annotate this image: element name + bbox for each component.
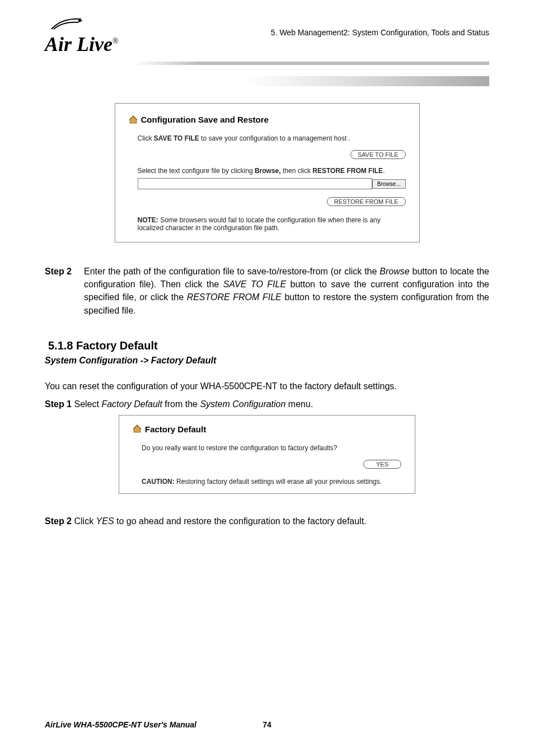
yes-button[interactable]: YES (363, 460, 401, 469)
logo-swoosh-icon (50, 17, 84, 31)
header-divider-2 (45, 76, 489, 86)
footer-title: AirLive WHA-5500CPE-NT User's Manual (45, 720, 196, 729)
chapter-header: 5. Web Management2: System Configuration… (271, 17, 489, 37)
section-description: You can reset the configuration of your … (45, 381, 489, 391)
step-label: Step 2 (45, 265, 84, 317)
home-icon (129, 115, 138, 124)
confirm-question: Do you really want to restore the config… (142, 444, 401, 452)
note-text: NOTE: Some browsers would fail to locate… (138, 216, 406, 232)
save-to-file-button[interactable]: SAVE TO FILE (350, 150, 406, 159)
nav-path: System Configuration -> Factory Default (45, 356, 489, 366)
logo-text: Air Live (45, 33, 113, 55)
step2-save-restore: Step 2 Enter the path of the configurati… (45, 265, 489, 317)
restore-from-file-button[interactable]: RESTORE FROM FILE (327, 197, 406, 206)
file-path-input[interactable] (138, 178, 372, 189)
factory-default-panel: Factory Default Do you really want to re… (119, 415, 415, 494)
step1-factory-default: Step 1 Select Factory Default from the S… (45, 399, 489, 409)
header-divider (45, 62, 489, 65)
step2-factory-default: Step 2 Click YES to go ahead and restore… (45, 516, 489, 526)
save-instruction: Click SAVE TO FILE to save your configur… (138, 134, 406, 142)
home-icon (133, 424, 142, 433)
config-save-restore-panel: Configuration Save and Restore Click SAV… (115, 103, 420, 242)
brand-logo: Air Live® (45, 17, 119, 56)
registered-mark: ® (113, 37, 119, 45)
caution-text: CAUTION: Restoring factory default setti… (142, 478, 401, 486)
page-number: 74 (263, 720, 271, 729)
panel-title: Factory Default (145, 424, 206, 434)
panel-title: Configuration Save and Restore (141, 115, 269, 124)
browse-button[interactable]: Browse... (372, 179, 406, 189)
section-heading: 5.1.8 Factory Default (48, 339, 489, 352)
restore-instruction: Select the text configure file by clicki… (138, 167, 406, 175)
